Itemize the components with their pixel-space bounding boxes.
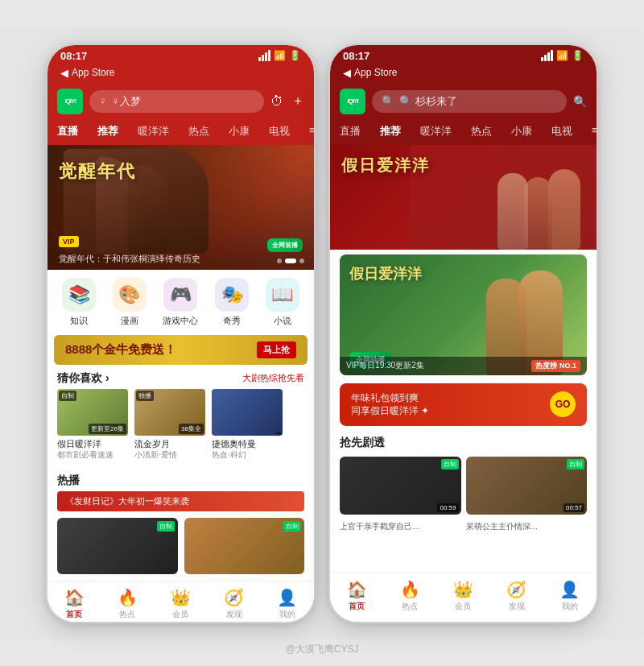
thumb-title-1: 假日暖洋洋 bbox=[57, 438, 128, 449]
right-appstore-bar[interactable]: ◀ App Store bbox=[330, 65, 597, 84]
right-drama-card[interactable]: 假日爱洋洋 全网独播 VIP每日19:30更新2集 热度榜 NO.1 bbox=[340, 254, 587, 375]
nav-kang[interactable]: 小康 bbox=[219, 122, 259, 140]
hero-subtitle: 觉醒年代：于和伟张桐演绎传奇历史 bbox=[59, 253, 200, 265]
knowledge-label: 知识 bbox=[70, 315, 88, 327]
vip-label: 会员 bbox=[172, 609, 188, 620]
right-discover-icon: 🧭 bbox=[506, 580, 526, 599]
left-search-bar[interactable]: ♀ ♀入梦 bbox=[89, 90, 264, 113]
right-search-icon: 🔍 bbox=[382, 95, 394, 107]
right-bnav-hot[interactable]: 🔥 热点 bbox=[400, 580, 420, 612]
preview-card-1[interactable]: 自制 00:59 bbox=[340, 457, 461, 515]
guess-more[interactable]: 大剧热综抢先看 bbox=[242, 372, 304, 384]
gift-btn[interactable]: GO bbox=[550, 391, 576, 417]
right-preview-row: 自制 00:59 自制 00:57 bbox=[330, 453, 597, 521]
thumb-card-1[interactable]: 自制 更新至26集 假日暖洋洋 都市剧必看速速 bbox=[57, 389, 128, 461]
right-preview-section-header: 抢先剧透 bbox=[330, 429, 597, 453]
right-nav-recommend[interactable]: 推荐 bbox=[370, 122, 411, 140]
right-nav-tv[interactable]: 电视 bbox=[542, 122, 582, 140]
guess-title: 猜你喜欢 › bbox=[57, 371, 109, 386]
right-nav-live[interactable]: 直播 bbox=[330, 122, 370, 140]
hotplay-card-1[interactable]: 自制 bbox=[57, 518, 178, 574]
manga-label: 漫画 bbox=[121, 315, 138, 327]
icon-qixiu[interactable]: 🎭 奇秀 bbox=[215, 278, 249, 327]
right-discover-label: 发现 bbox=[509, 601, 525, 612]
right-back-arrow-icon: ◀ bbox=[343, 67, 351, 79]
home-label: 首页 bbox=[66, 609, 82, 620]
thumb-card-3[interactable]: 捷德奥特曼 热血·科幻 bbox=[212, 389, 283, 461]
left-status-bar: 08:17 📶 🔋 bbox=[47, 45, 314, 65]
left-phone: 08:17 📶 🔋 ◀ App Store iQIYI ♀ ♀入梦 bbox=[46, 43, 316, 623]
drama-card-title: 假日爱洋洋 bbox=[349, 264, 422, 283]
left-header-icons: ⏱ ＋ bbox=[270, 93, 304, 110]
qixiu-icon: 🎭 bbox=[215, 278, 249, 312]
left-bottom-nav: 🏠 首页 🔥 热点 👑 会员 🧭 发现 👤 我的 bbox=[47, 581, 314, 623]
thumb-card-2[interactable]: 独播 38集全 流金岁月 小清新·爱情 bbox=[134, 389, 205, 461]
right-bnav-home[interactable]: 🏠 首页 bbox=[347, 580, 367, 612]
main-wrapper: 08:17 📶 🔋 ◀ App Store iQIYI ♀ ♀入梦 bbox=[0, 27, 644, 639]
right-bnav-discover[interactable]: 🧭 发现 bbox=[506, 580, 526, 612]
bnav-discover[interactable]: 🧭 发现 bbox=[224, 588, 244, 620]
nav-tv[interactable]: 电视 bbox=[259, 122, 299, 140]
left-status-icons: 📶 🔋 bbox=[258, 50, 301, 61]
right-time: 08:17 bbox=[343, 50, 369, 62]
right-appstore-label: App Store bbox=[354, 67, 397, 78]
banner-ad-btn[interactable]: 马上抢 bbox=[257, 341, 296, 358]
preview-card-2[interactable]: 自制 00:57 bbox=[466, 457, 588, 515]
pv-badge-1: 自制 bbox=[441, 459, 459, 470]
nav-live[interactable]: 直播 bbox=[47, 122, 88, 140]
right-nav-warm[interactable]: 暖洋洋 bbox=[411, 122, 461, 140]
hotplay-card-2[interactable]: 自制 bbox=[184, 518, 305, 574]
nav-warm[interactable]: 暖洋洋 bbox=[128, 122, 179, 140]
bnav-me[interactable]: 👤 我的 bbox=[277, 588, 297, 620]
add-icon[interactable]: ＋ bbox=[291, 93, 304, 110]
preview-sub-1: 上官干亲手戳穿自己… bbox=[340, 521, 461, 532]
right-search-bar[interactable]: 🔍 🔍 杉杉来了 bbox=[372, 90, 567, 113]
right-bnav-vip[interactable]: 👑 会员 bbox=[453, 580, 473, 612]
right-hero-banner[interactable]: 假日爱洋洋 bbox=[330, 145, 597, 250]
left-drama-thumbs: 自制 更新至26集 假日暖洋洋 都市剧必看速速 独播 38集全 流金岁月 小清新… bbox=[47, 389, 314, 467]
right-bnav-me[interactable]: 👤 我的 bbox=[559, 580, 580, 612]
left-banner-ad[interactable]: 8888个金牛免费送！ 马上抢 bbox=[54, 335, 308, 365]
bnav-home[interactable]: 🏠 首页 bbox=[64, 588, 85, 620]
right-vip-icon: 👑 bbox=[453, 580, 473, 599]
search-text: ♀入梦 bbox=[112, 94, 141, 109]
thumb-ep-2: 38集全 bbox=[179, 424, 204, 434]
nav-recommend[interactable]: 推荐 bbox=[88, 122, 128, 140]
right-nav-hot[interactable]: 热点 bbox=[461, 122, 502, 140]
home-icon: 🏠 bbox=[64, 588, 85, 607]
icon-novel[interactable]: 📖 小说 bbox=[266, 278, 299, 327]
nav-more[interactable]: ≡ bbox=[299, 122, 314, 140]
thumb-title-3: 捷德奥特曼 bbox=[212, 438, 283, 449]
right-status-bar: 08:17 📶 🔋 bbox=[330, 45, 597, 65]
wifi-icon: 📶 bbox=[274, 50, 286, 61]
thumb-badge-1: 自制 bbox=[59, 391, 76, 401]
right-signal-icon bbox=[541, 50, 553, 61]
icon-manga[interactable]: 🎨 漫画 bbox=[113, 278, 147, 327]
right-nav-more[interactable]: ≡ bbox=[582, 122, 597, 140]
left-appstore-bar[interactable]: ◀ App Store bbox=[47, 65, 314, 84]
right-search-btn[interactable]: 🔍 bbox=[573, 95, 587, 108]
left-nav-bar: 直播 推荐 暖洋洋 热点 小康 电视 ≡ bbox=[47, 119, 314, 145]
thumb-ep-1: 更新至26集 bbox=[89, 424, 126, 434]
icon-knowledge[interactable]: 📚 知识 bbox=[62, 278, 96, 327]
left-guess-section-header: 猜你喜欢 › 大剧热综抢先看 bbox=[47, 365, 314, 389]
bnav-vip[interactable]: 👑 会员 bbox=[171, 588, 191, 620]
nav-hot[interactable]: 热点 bbox=[179, 122, 219, 140]
game-icon: 🎮 bbox=[163, 278, 197, 312]
thumb-ep-3 bbox=[276, 432, 281, 434]
icon-game[interactable]: 🎮 游戏中心 bbox=[163, 278, 198, 327]
pv-badge-2: 自制 bbox=[567, 459, 584, 470]
right-nav-kang[interactable]: 小康 bbox=[502, 122, 542, 140]
me-label: 我的 bbox=[279, 609, 295, 620]
right-iqiyi-logo: iQIYI bbox=[340, 89, 365, 114]
right-nav-bar: 直播 推荐 暖洋洋 热点 小康 电视 ≡ bbox=[330, 119, 597, 145]
clock-icon[interactable]: ⏱ bbox=[270, 94, 283, 109]
right-gift-banner[interactable]: 年味礼包领到爽 同享假日暖洋洋 ✦ GO bbox=[340, 383, 587, 427]
left-hero-banner[interactable]: 觉醒年代 VIP 全网首播 觉醒年代：于和伟张桐演绎传奇历史 bbox=[47, 145, 314, 270]
preview-title: 抢先剧透 bbox=[340, 436, 385, 450]
hot-rank-badge: 热度榜 NO.1 bbox=[531, 360, 580, 372]
right-hot-label: 热点 bbox=[402, 601, 418, 612]
battery-icon: 🔋 bbox=[289, 50, 301, 61]
bnav-hot[interactable]: 🔥 热点 bbox=[118, 588, 138, 620]
qixiu-label: 奇秀 bbox=[223, 315, 241, 327]
